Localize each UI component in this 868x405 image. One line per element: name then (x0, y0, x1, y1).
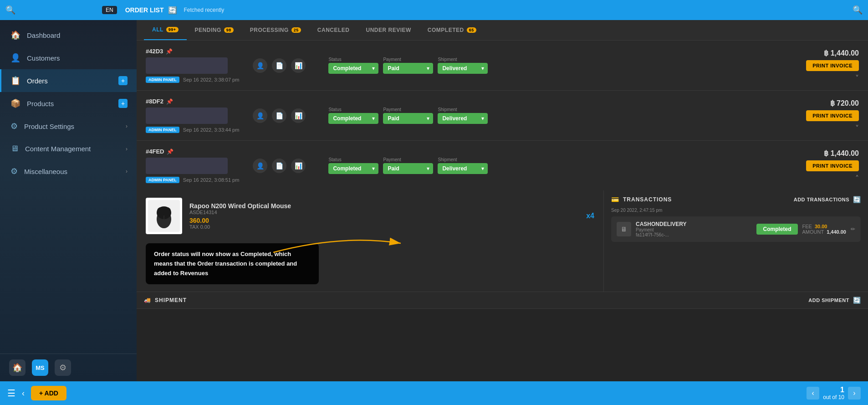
sidebar-item-orders[interactable]: 📋 Orders + (0, 69, 137, 92)
order-document-icon-2[interactable]: 📄 (272, 108, 286, 123)
home-bottom-icon[interactable]: 🏠 (9, 359, 26, 376)
search-icon-left[interactable]: 🔍 (5, 5, 15, 15)
menu-icon[interactable]: ☰ (7, 388, 15, 399)
expand-icon-3[interactable]: ˄ (855, 174, 859, 183)
order-chart-icon-3[interactable]: 📊 (291, 159, 306, 173)
sidebar-label-orders: Orders (27, 77, 112, 85)
products-add-icon[interactable]: + (118, 99, 128, 108)
order-chart-icon-1[interactable]: 📊 (291, 58, 306, 73)
status-select-1[interactable]: Completed (328, 63, 378, 74)
print-invoice-btn-3[interactable]: PRINT INVOICE (806, 160, 859, 171)
shipment-label-2: Shipment (438, 107, 488, 112)
product-name: Rapoo N200 Wired Optical Mouse (189, 202, 579, 210)
order-chart-icon-2[interactable]: 📊 (291, 108, 306, 123)
payment-select-2[interactable]: Paid (383, 113, 433, 124)
tab-canceled[interactable]: CANCELED (309, 21, 358, 40)
transaction-edit-icon[interactable]: ✏ (851, 226, 855, 232)
transactions-section: 💳 TRANSACTIONS ADD TRANSACTIONS 🔄 Sep 20… (604, 190, 868, 292)
tab-processing-label: PROCESSING (250, 27, 289, 33)
status-select-3[interactable]: Completed (328, 163, 378, 174)
print-invoice-btn-1[interactable]: PRINT INVOICE (806, 60, 859, 71)
orders-icon: 📋 (10, 76, 20, 86)
content-management-icon: 🖥 (10, 144, 19, 154)
shipment-section: 🚚 SHIPMENT ADD SHIPMENT 🔄 (137, 292, 868, 308)
back-icon[interactable]: ‹ (22, 389, 25, 398)
tab-completed-badge: 65 (467, 27, 476, 33)
shipment-select-3[interactable]: Delivered (438, 163, 488, 174)
tab-pending-badge: 98 (224, 27, 234, 33)
add-shipment-button[interactable]: ADD SHIPMENT (808, 297, 849, 303)
payment-dropdown-3[interactable]: Paid (383, 163, 433, 174)
payment-select-1[interactable]: Paid (383, 63, 433, 74)
tab-processing[interactable]: PROCESSING 25 (242, 21, 309, 40)
shipment-truck-icon: 🚚 (144, 297, 151, 303)
products-icon: 📦 (10, 98, 20, 108)
tab-under-review[interactable]: UNDER REVIEW (358, 21, 419, 40)
page-total: out of 10 (823, 394, 844, 400)
sidebar-item-product-settings[interactable]: ⚙ Product Settings › (0, 115, 137, 138)
search-icon-right[interactable]: 🔍 (853, 5, 863, 15)
shipment-dropdown-2[interactable]: Delivered (438, 113, 488, 124)
shipment-refresh-icon[interactable]: 🔄 (853, 297, 861, 304)
print-invoice-btn-2[interactable]: PRINT INVOICE (806, 110, 859, 121)
transaction-method: CASHONDELIVERY (636, 221, 752, 227)
tab-pending[interactable]: PENDING 98 (187, 21, 242, 40)
transaction-type: Payment (636, 227, 752, 232)
sidebar: 🏠 Dashboard 👤 Customers 📋 Orders + 📦 Pro… (0, 20, 137, 381)
status-dropdown-1[interactable]: Completed (328, 63, 378, 74)
next-page-button[interactable]: › (848, 387, 861, 400)
sidebar-item-products[interactable]: 📦 Products + (0, 92, 137, 115)
sidebar-label-product-settings: Product Settings (24, 123, 119, 130)
payment-label-3: Payment (383, 157, 433, 162)
status-dropdown-3[interactable]: Completed (328, 163, 378, 174)
ms-logo-icon[interactable]: MS (32, 359, 48, 376)
order-card-3: #4FED 📌 ADMIN PANEL Sep 16 2022, 3:08:51… (137, 141, 868, 190)
sidebar-item-miscellaneous[interactable]: ⚙ Miscellaneous › (0, 160, 137, 183)
status-dropdown-2[interactable]: Completed (328, 113, 378, 124)
sidebar-nav: 🏠 Dashboard 👤 Customers 📋 Orders + 📦 Pro… (0, 20, 137, 354)
shipment-select-1[interactable]: Delivered (438, 63, 488, 74)
tab-all-badge: 99+ (166, 27, 179, 32)
expand-icon-1[interactable]: ˅ (855, 74, 859, 82)
payment-dropdown-2[interactable]: Paid (383, 113, 433, 124)
refresh-icon[interactable]: 🔄 (168, 6, 177, 15)
shipment-select-2[interactable]: Delivered (438, 113, 488, 124)
sidebar-label-content-management: Content Management (25, 145, 119, 153)
transactions-refresh-icon[interactable]: 🔄 (853, 196, 861, 203)
product-image (146, 198, 182, 234)
shipment-dropdown-1[interactable]: Delivered (438, 63, 488, 74)
sidebar-bottom: 🏠 MS ⚙ (0, 354, 137, 381)
payment-label-2: Payment (383, 107, 433, 112)
status-select-2[interactable]: Completed (328, 113, 378, 124)
add-button[interactable]: + ADD (31, 386, 66, 400)
tab-completed[interactable]: COMPLETED 65 (419, 21, 485, 40)
shipment-dropdown-3[interactable]: Delivered (438, 163, 488, 174)
prev-page-button[interactable]: ‹ (807, 387, 819, 400)
svg-rect-5 (157, 207, 171, 215)
sidebar-item-dashboard[interactable]: 🏠 Dashboard (0, 24, 137, 46)
transactions-header: 💳 TRANSACTIONS ADD TRANSACTIONS 🔄 (611, 196, 861, 203)
payment-dropdown-1[interactable]: Paid (383, 63, 433, 74)
order-document-icon-3[interactable]: 📄 (272, 159, 286, 173)
settings-bottom-icon[interactable]: ⚙ (55, 359, 71, 376)
sidebar-item-customers[interactable]: 👤 Customers (0, 46, 137, 69)
sidebar-item-content-management[interactable]: 🖥 Content Management › (0, 138, 137, 160)
add-button-label: + ADD (39, 390, 58, 397)
orders-add-icon[interactable]: + (118, 76, 128, 85)
add-transactions-button[interactable]: ADD TRANSACTIONS (794, 197, 849, 202)
expand-icon-2[interactable]: ˅ (855, 124, 859, 133)
order-customer-icon-1[interactable]: 👤 (253, 58, 267, 73)
order-customer-icon-2[interactable]: 👤 (253, 108, 267, 123)
order-pin-icon-2: 📌 (166, 98, 173, 105)
status-label-1: Status (328, 57, 378, 62)
order-date-2: Sep 16 2022, 3:33:44 pm (183, 127, 240, 133)
tab-all[interactable]: ALL 99+ (144, 20, 187, 40)
payment-select-3[interactable]: Paid (383, 163, 433, 174)
language-switcher[interactable]: EN (102, 6, 117, 14)
content-area: ALL 99+ PENDING 98 PROCESSING 25 CANCELE… (137, 20, 868, 381)
order-document-icon-1[interactable]: 📄 (272, 58, 286, 73)
transaction-status-button[interactable]: Completed (756, 224, 797, 235)
order-customer-icon-3[interactable]: 👤 (253, 159, 267, 173)
orders-list: #42D3 📌 ADMIN PANEL Sep 16 2022, 3:38:07… (137, 41, 868, 381)
filter-tabs: ALL 99+ PENDING 98 PROCESSING 25 CANCELE… (137, 20, 868, 41)
